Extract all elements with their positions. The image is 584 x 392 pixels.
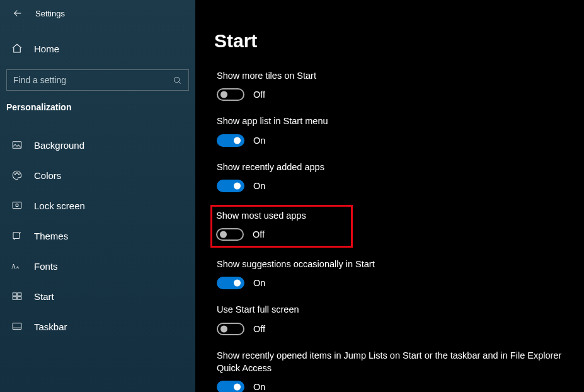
setting-label: Show suggestions occasionally in Start — [217, 258, 570, 270]
toggle-knob — [220, 325, 227, 332]
start-icon — [11, 291, 25, 302]
lock-screen-icon — [11, 200, 25, 211]
sidebar-item-label: Fonts — [34, 261, 58, 272]
sidebar: Settings Home Personalization Background… — [0, 0, 195, 392]
toggle-row: On — [217, 381, 580, 392]
toggle-switch[interactable] — [217, 88, 244, 101]
sidebar-item-start[interactable]: Start — [0, 281, 195, 311]
toggle-state-label: Off — [253, 229, 265, 239]
setting-label: Use Start full screen — [217, 303, 570, 316]
picture-icon — [11, 139, 25, 151]
setting-label: Show recently added apps — [217, 161, 570, 173]
sidebar-item-fonts[interactable]: AA Fonts — [0, 251, 195, 281]
toggle-state-label: On — [253, 135, 265, 146]
toggle-knob — [220, 231, 227, 238]
svg-rect-12 — [13, 297, 16, 300]
toggle-switch[interactable] — [217, 381, 244, 392]
main-content: Start Show more tiles on StartOffShow ap… — [195, 0, 584, 392]
svg-point-0 — [175, 77, 180, 82]
toggle-switch[interactable] — [216, 228, 244, 241]
sidebar-item-lock-screen[interactable]: Lock screen — [0, 190, 195, 221]
search-icon — [173, 76, 182, 85]
arrow-left-icon — [12, 8, 23, 19]
sidebar-item-label: Themes — [34, 231, 68, 241]
window-title: Settings — [35, 9, 65, 18]
sidebar-header: Settings — [0, 4, 195, 23]
toggle-knob — [234, 137, 241, 144]
sidebar-home-label: Home — [34, 43, 59, 54]
setting-group: Show suggestions occasionally in StartOn — [214, 257, 584, 292]
svg-text:A: A — [16, 265, 20, 269]
toggle-row: On — [217, 277, 580, 289]
toggle-switch[interactable] — [217, 134, 244, 147]
svg-rect-14 — [13, 323, 21, 330]
svg-text:A: A — [11, 263, 16, 270]
sidebar-home[interactable]: Home — [0, 37, 195, 61]
themes-icon — [11, 230, 25, 241]
toggle-knob — [234, 280, 241, 287]
toggle-state-label: On — [253, 278, 265, 288]
page-title: Start — [214, 30, 584, 52]
svg-rect-7 — [13, 233, 20, 239]
sidebar-category: Personalization — [0, 91, 195, 118]
svg-rect-10 — [13, 293, 16, 296]
toggle-state-label: Off — [253, 89, 265, 100]
toggle-row: Off — [217, 323, 580, 335]
back-button[interactable] — [8, 4, 28, 23]
sidebar-item-label: Taskbar — [34, 321, 67, 332]
sidebar-item-colors[interactable]: Colors — [0, 160, 195, 190]
sidebar-item-label: Colors — [34, 170, 61, 181]
toggle-row: On — [217, 134, 580, 147]
toggle-row: Off — [217, 88, 580, 101]
toggle-state-label: On — [253, 382, 265, 392]
sidebar-item-background[interactable]: Background — [0, 130, 195, 160]
svg-point-2 — [14, 174, 16, 175]
setting-group: Show app list in Start menuOn — [214, 113, 584, 149]
toggle-switch[interactable] — [217, 277, 244, 289]
sidebar-item-label: Background — [34, 140, 84, 151]
toggle-knob — [220, 91, 227, 98]
toggle-state-label: On — [253, 181, 265, 191]
setting-group: Use Start full screenOff — [214, 302, 584, 337]
setting-group: Show recently opened items in Jump Lists… — [214, 348, 584, 392]
setting-label: Show more tiles on Start — [217, 69, 570, 82]
svg-point-3 — [16, 173, 18, 174]
setting-label: Show recently opened items in Jump Lists… — [217, 349, 570, 375]
setting-group: Show most used appsOff — [210, 205, 353, 248]
svg-rect-13 — [18, 297, 21, 300]
search-box[interactable] — [6, 69, 189, 91]
setting-label: Show app list in Start menu — [217, 115, 570, 127]
svg-rect-1 — [13, 142, 21, 149]
toggle-knob — [234, 384, 241, 391]
toggle-switch[interactable] — [217, 180, 244, 192]
taskbar-icon — [11, 321, 25, 332]
svg-rect-11 — [18, 293, 21, 296]
toggle-knob — [234, 182, 241, 189]
setting-group: Show recently added appsOn — [214, 159, 584, 195]
search-input[interactable] — [13, 75, 173, 85]
toggle-row: On — [217, 180, 580, 192]
setting-group: Show more tiles on StartOff — [214, 68, 584, 103]
palette-icon — [11, 170, 25, 181]
home-icon — [11, 43, 25, 54]
toggle-state-label: Off — [253, 324, 265, 334]
setting-label: Show most used apps — [216, 209, 347, 222]
toggle-row: Off — [216, 228, 347, 241]
svg-point-4 — [18, 174, 20, 175]
sidebar-item-themes[interactable]: Themes — [0, 221, 195, 251]
svg-rect-6 — [16, 204, 18, 207]
fonts-icon: AA — [11, 262, 25, 270]
svg-rect-5 — [13, 202, 21, 209]
sidebar-item-taskbar[interactable]: Taskbar — [0, 311, 195, 342]
sidebar-nav: Background Colors Lock screen Themes AA … — [0, 130, 195, 342]
sidebar-item-label: Start — [34, 291, 54, 302]
toggle-switch[interactable] — [217, 323, 244, 335]
sidebar-item-label: Lock screen — [34, 200, 85, 211]
